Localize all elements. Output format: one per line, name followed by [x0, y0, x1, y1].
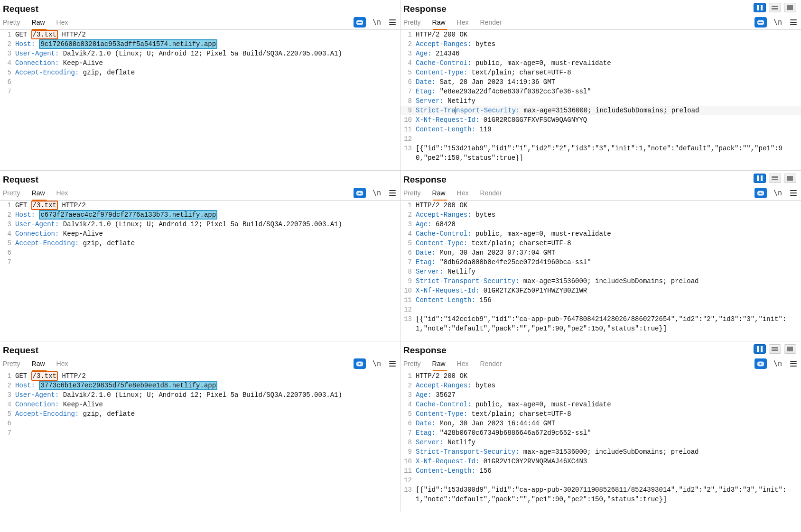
code-line[interactable]: 6	[0, 419, 400, 428]
code-line[interactable]: 12	[400, 305, 801, 314]
code-line[interactable]: 5Accept-Encoding: gzip, deflate	[0, 409, 400, 419]
line-content[interactable]: Content-Length: 119	[416, 125, 801, 134]
code-line[interactable]: 9Strict-Transport-Security: max-age=3153…	[400, 447, 801, 457]
code-line[interactable]: 11Content-Length: 156	[400, 466, 801, 476]
stop-button[interactable]	[784, 344, 796, 354]
wrap-toggle-icon[interactable]	[754, 358, 767, 369]
line-content[interactable]: Accept-Ranges: bytes	[416, 210, 801, 220]
menu-icon[interactable]	[789, 188, 798, 198]
stop-button[interactable]	[784, 174, 796, 183]
line-content[interactable]: HTTP/2 200 OK	[416, 201, 801, 210]
line-content[interactable]: Server: Netlify	[416, 96, 801, 106]
tab-hex[interactable]: Hex	[457, 16, 469, 29]
code-line[interactable]: 12	[400, 476, 801, 485]
tab-hex[interactable]: Hex	[56, 357, 68, 370]
line-content[interactable]: Date: Mon, 30 Jan 2023 16:44:44 GMT	[416, 419, 801, 428]
line-content[interactable]: Connection: Keep-Alive	[15, 229, 400, 238]
code-line[interactable]: 10X-Nf-Request-Id: 01GR2TZK3FZ50P1YHWZYB…	[400, 286, 801, 295]
line-content[interactable]: Date: Mon, 30 Jan 2023 07:37:04 GMT	[416, 248, 801, 257]
code-line[interactable]: 8Server: Netlify	[400, 438, 801, 447]
tab-render[interactable]: Render	[480, 186, 502, 200]
line-content[interactable]: Cache-Control: public, max-age=0, must-r…	[416, 58, 801, 68]
line-content[interactable]: Strict-Transport-Security: max-age=31536…	[416, 106, 801, 115]
line-content[interactable]: Accept-Ranges: bytes	[416, 381, 801, 390]
line-content[interactable]: GET /3.txt HTTP/2	[15, 201, 400, 210]
code-line[interactable]: 4Cache-Control: public, max-age=0, must-…	[400, 58, 801, 68]
newline-indicator[interactable]: \n	[373, 189, 381, 197]
code-line[interactable]: 3Age: 35627	[400, 390, 801, 400]
wrap-toggle-icon[interactable]	[754, 188, 767, 198]
line-content[interactable]: GET /3.txt HTTP/2	[15, 30, 400, 39]
code-line[interactable]: 3User-Agent: Dalvik/2.1.0 (Linux; U; And…	[0, 390, 400, 400]
code-line[interactable]: 2Host: c673f27aeac4c2f979dcf2776a133b73.…	[0, 210, 400, 220]
line-content[interactable]: [{"id":"142cc1cb9","id1":"ca-app-pub-764…	[416, 314, 801, 333]
line-content[interactable]: X-Nf-Request-Id: 01GR2V1C0Y2RVNQRWAJ46XC…	[416, 457, 801, 466]
line-content[interactable]: Etag: "428b0670c67349b6886646a672d9c652-…	[416, 428, 801, 438]
code-line[interactable]: 2Accept-Ranges: bytes	[400, 210, 801, 220]
tab-raw[interactable]: Raw	[32, 357, 45, 370]
pause-button[interactable]	[754, 174, 766, 183]
code-line[interactable]: 10X-Nf-Request-Id: 01GR2V1C0Y2RVNQRWAJ46…	[400, 457, 801, 466]
line-content[interactable]: Content-Type: text/plain; charset=UTF-8	[416, 68, 801, 77]
code-line[interactable]: 5Accept-Encoding: gzip, deflate	[0, 68, 400, 77]
code-line[interactable]: 6	[0, 248, 400, 257]
code-line[interactable]: 2Host: 3773c6b1e37ec29835d75fe8eb9ee1d8.…	[0, 381, 400, 390]
menu-icon[interactable]	[388, 18, 397, 27]
line-content[interactable]: Content-Type: text/plain; charset=UTF-8	[416, 238, 801, 248]
line-content[interactable]: HTTP/2 200 OK	[416, 30, 801, 39]
line-content[interactable]: Age: 214346	[416, 49, 801, 58]
code-line[interactable]: 1HTTP/2 200 OK	[400, 30, 801, 39]
line-content[interactable]: Server: Netlify	[416, 438, 801, 447]
line-content[interactable]: X-Nf-Request-Id: 01GR2RC8GG7FXVFSCW9QAGN…	[416, 115, 801, 125]
tab-raw[interactable]: Raw	[432, 357, 446, 370]
code-line[interactable]: 7	[0, 428, 400, 438]
code-line[interactable]: 6Date: Sat, 28 Jan 2023 14:19:36 GMT	[400, 77, 801, 87]
code-line[interactable]: 7	[0, 87, 400, 96]
tab-pretty[interactable]: Pretty	[3, 357, 20, 370]
code-line[interactable]: 5Accept-Encoding: gzip, deflate	[0, 238, 400, 248]
tab-pretty[interactable]: Pretty	[3, 16, 20, 29]
line-content[interactable]: GET /3.txt HTTP/2	[15, 371, 400, 381]
code-line[interactable]: 4Cache-Control: public, max-age=0, must-…	[400, 400, 801, 409]
equals-button[interactable]	[769, 3, 781, 12]
line-content[interactable]: Content-Length: 156	[416, 466, 801, 476]
code-line[interactable]: 6Date: Mon, 30 Jan 2023 16:44:44 GMT	[400, 419, 801, 428]
code-line[interactable]: 11Content-Length: 119	[400, 125, 801, 134]
line-content[interactable]: Accept-Encoding: gzip, deflate	[15, 238, 400, 248]
line-content[interactable]: Date: Sat, 28 Jan 2023 14:19:36 GMT	[416, 77, 801, 87]
code-line[interactable]: 13[{"id":"153d300d9","id1":"ca-app-pub-3…	[400, 485, 801, 504]
line-content[interactable]: Cache-Control: public, max-age=0, must-r…	[416, 229, 801, 238]
tab-raw[interactable]: Raw	[32, 186, 45, 200]
line-content[interactable]: HTTP/2 200 OK	[416, 371, 801, 381]
code-line[interactable]: 13[{"id":"153d21ab9","id1":"1","id2":"2"…	[400, 144, 801, 163]
wrap-toggle-icon[interactable]	[354, 188, 366, 198]
newline-indicator[interactable]: \n	[773, 189, 782, 197]
code-line[interactable]: 1GET /3.txt HTTP/2	[0, 201, 400, 210]
line-content[interactable]: Content-Type: text/plain; charset=UTF-8	[416, 409, 801, 419]
menu-icon[interactable]	[388, 188, 397, 198]
line-content[interactable]: Connection: Keep-Alive	[15, 400, 400, 409]
menu-icon[interactable]	[789, 359, 798, 368]
menu-icon[interactable]	[388, 359, 397, 368]
equals-button[interactable]	[769, 174, 781, 183]
tab-raw[interactable]: Raw	[32, 16, 45, 29]
code-line[interactable]: 4Connection: Keep-Alive	[0, 400, 400, 409]
line-content[interactable]: Age: 35627	[416, 390, 801, 400]
wrap-toggle-icon[interactable]	[354, 17, 366, 28]
newline-indicator[interactable]: \n	[373, 18, 381, 27]
line-content[interactable]: Accept-Encoding: gzip, deflate	[15, 409, 400, 419]
line-content[interactable]: Strict-Transport-Security: max-age=31536…	[416, 447, 801, 457]
tab-hex[interactable]: Hex	[56, 16, 68, 29]
code-line[interactable]: 10X-Nf-Request-Id: 01GR2RC8GG7FXVFSCW9QA…	[400, 115, 801, 125]
line-content[interactable]: Host: c673f27aeac4c2f979dcf2776a133b73.n…	[15, 210, 400, 220]
code-line[interactable]: 5Content-Type: text/plain; charset=UTF-8	[400, 68, 801, 77]
code-line[interactable]: 3Age: 214346	[400, 49, 801, 58]
stop-button[interactable]	[784, 3, 796, 12]
code-line[interactable]: 12	[400, 134, 801, 144]
request-editor[interactable]: 1GET /3.txt HTTP/22Host: c673f27aeac4c2f…	[0, 201, 400, 275]
request-editor[interactable]: 1GET /3.txt HTTP/22Host: 3773c6b1e37ec29…	[0, 371, 400, 445]
line-content[interactable]: User-Agent: Dalvik/2.1.0 (Linux; U; Andr…	[15, 220, 400, 229]
code-line[interactable]: 2Accept-Ranges: bytes	[400, 381, 801, 390]
menu-icon[interactable]	[789, 18, 798, 27]
line-content[interactable]: X-Nf-Request-Id: 01GR2TZK3FZ50P1YHWZYB0Z…	[416, 286, 801, 295]
